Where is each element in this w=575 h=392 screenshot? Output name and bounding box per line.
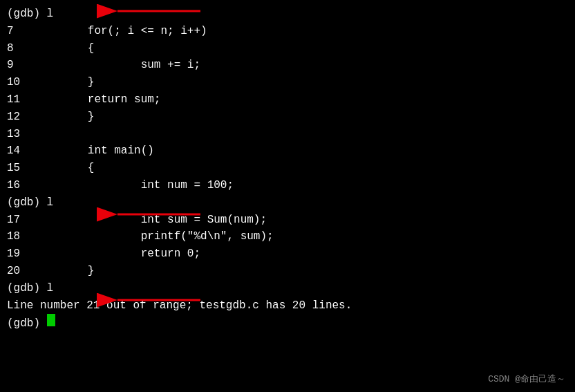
terminal-cursor — [47, 314, 55, 326]
terminal-line: 10 } — [7, 74, 568, 91]
terminal-line: 19 return 0; — [7, 245, 568, 263]
terminal: (gdb) l7 for(; i <= n; i++)8 {9 sum += i… — [0, 0, 575, 392]
terminal-line: (gdb) l — [7, 280, 568, 297]
terminal-line: 20 } — [7, 263, 568, 280]
terminal-line: (gdb) l — [7, 6, 568, 23]
terminal-line: 12 } — [7, 109, 568, 126]
terminal-line: 15 { — [7, 160, 568, 177]
terminal-line: 14 int main() — [7, 142, 568, 160]
terminal-line: (gdb) — [7, 314, 568, 333]
terminal-line: 18 printf("%d\n", sum); — [7, 228, 568, 245]
terminal-line: 7 for(; i <= n; i++) — [7, 23, 568, 40]
watermark: CSDN @命由己造～ — [488, 373, 565, 385]
terminal-line: (gdb) l — [7, 194, 568, 212]
terminal-line: 8 { — [7, 40, 568, 57]
terminal-line: Line number 21 out of range; testgdb.c h… — [7, 297, 568, 315]
terminal-line: 13 — [7, 126, 568, 143]
terminal-line: 9 sum += i; — [7, 57, 568, 74]
terminal-line: 11 return sum; — [7, 91, 568, 109]
terminal-line: 17 int sum = Sum(num); — [7, 212, 568, 229]
terminal-line: 16 int num = 100; — [7, 177, 568, 194]
